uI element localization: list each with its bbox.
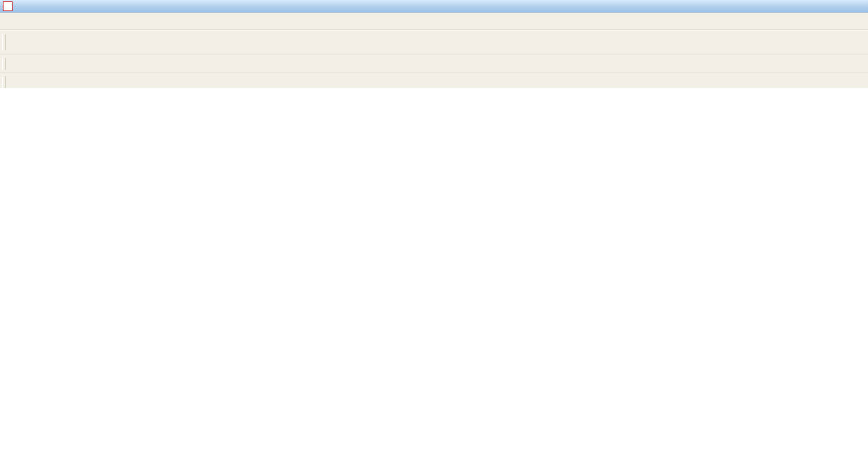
- toolbar-main: [0, 30, 868, 54]
- app-logo-icon: [3, 1, 13, 11]
- toolbar-view: [0, 54, 868, 73]
- menu-bar: [0, 13, 868, 30]
- title-bar: [0, 0, 868, 13]
- application-window: [0, 0, 868, 91]
- menu-logo-icon: [5, 17, 14, 26]
- chart-area[interactable]: [0, 88, 868, 475]
- chart-canvas[interactable]: [0, 88, 868, 475]
